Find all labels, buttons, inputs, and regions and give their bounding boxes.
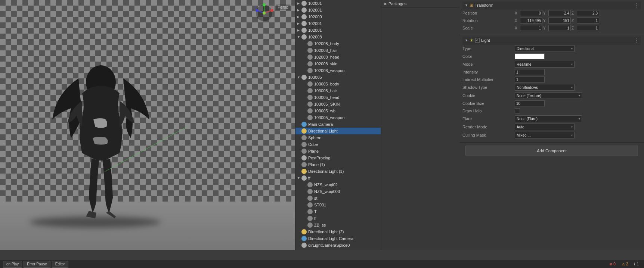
hierarchy-icon-h7d (307, 102, 313, 107)
hierarchy-item-h6e[interactable]: 102008_weapon (295, 67, 381, 74)
light-draw-halo-checkbox[interactable] (515, 108, 520, 113)
hierarchy-item-h16[interactable]: ▼ff (295, 175, 381, 181)
light-flare-dropdown[interactable]: None (Flare) ▾ (515, 115, 582, 122)
rotation-x-input[interactable] (520, 18, 542, 24)
svg-point-11 (263, 12, 266, 15)
scale-z-label: Z (572, 26, 576, 30)
rotation-y-input[interactable] (548, 18, 571, 24)
error-badge: ⊗ 0 (607, 261, 618, 268)
hierarchy-item-h14[interactable]: Plane (1) (295, 161, 381, 168)
light-settings-btn[interactable]: ⋮ (634, 38, 639, 43)
hierarchy-item-h6a[interactable]: 102008_body (295, 40, 381, 47)
light-cookie-dropdown[interactable]: None (Texture) ▾ (515, 92, 582, 99)
hierarchy-item-h19[interactable]: dirLightCameraSplice0 (295, 242, 381, 249)
hierarchy-icon-h6a (307, 41, 313, 46)
hierarchy-label-h7d: 103005_SKIN (314, 102, 340, 106)
hierarchy-panel[interactable]: ▶102001▶102001▶102000▶102001▶102001▼1020… (295, 0, 381, 250)
editor-button[interactable]: Editor (52, 261, 68, 268)
scale-y-label: Y (543, 26, 548, 30)
hierarchy-item-h1[interactable]: ▶102001 (295, 0, 381, 7)
position-y-input[interactable] (548, 10, 571, 16)
hierarchy-arrow-h3: ▶ (297, 15, 301, 19)
error-icon: ⊗ (609, 262, 612, 266)
status-bar: on Play Error Pause Editor ⊗ 0 ⚠ 2 ℹ 1 (0, 260, 644, 268)
hierarchy-item-h16a[interactable]: NZS_wuqi02 (295, 181, 381, 188)
hierarchy-item-h2[interactable]: ▶102001 (295, 7, 381, 13)
light-indirect-input[interactable] (515, 77, 545, 82)
rotation-fields: X Y Z (515, 18, 641, 24)
hierarchy-label-h6b: 102008_hair (314, 48, 337, 53)
light-type-dropdown[interactable]: Directional ▾ (515, 45, 575, 52)
hierarchy-label-h16a: NZS_wuqi02 (314, 183, 338, 187)
main-area: X Y Z Persp ▶102001▶102001▶102000▶102001… (0, 0, 644, 260)
hierarchy-item-h13[interactable]: PostProcing (295, 155, 381, 161)
light-intensity-input[interactable] (515, 69, 545, 75)
hierarchy-item-h17[interactable]: Directional Light (2) (295, 228, 381, 235)
hierarchy-item-h9[interactable]: Directional Light (295, 128, 381, 134)
light-cookie-chevron: ▾ (579, 94, 580, 97)
hierarchy-label-h7e: 103005_wb (314, 109, 335, 113)
transform-settings[interactable]: ⋮ (634, 3, 639, 8)
scale-y-input[interactable] (548, 25, 571, 31)
hierarchy-item-h16d[interactable]: ST001 (295, 202, 381, 208)
light-type-chevron: ▾ (571, 47, 573, 50)
hierarchy-icon-h14 (301, 162, 307, 167)
light-collapse-arrow[interactable]: ▼ (465, 38, 468, 42)
hierarchy-arrow-h1: ▶ (297, 1, 301, 5)
hierarchy-item-h12[interactable]: Plane (295, 148, 381, 155)
light-color-swatch[interactable] (515, 53, 545, 59)
hierarchy-item-h16f[interactable]: tf (295, 215, 381, 222)
light-culling-mask-dropdown[interactable]: Mixed ... ▾ (515, 132, 575, 138)
rotation-z-input[interactable] (577, 18, 599, 24)
hierarchy-item-h15[interactable]: Directional Light (1) (295, 168, 381, 175)
scene-view[interactable]: X Y Z Persp (0, 0, 295, 250)
on-play-button[interactable]: on Play (3, 261, 22, 268)
on-play-label: on Play (6, 262, 19, 266)
hierarchy-item-h6d[interactable]: 102008_skin (295, 60, 381, 67)
hierarchy-item-h16c[interactable]: st (295, 195, 381, 202)
light-shadow-dropdown[interactable]: No Shadows ▾ (515, 84, 575, 91)
hierarchy-item-h7e[interactable]: 103005_wb (295, 107, 381, 114)
hierarchy-icon-h16a (307, 182, 313, 187)
hierarchy-item-h6b[interactable]: 102008_hair (295, 47, 381, 54)
hierarchy-item-h7[interactable]: ▼103005 (295, 74, 381, 81)
hierarchy-icon-h16f (307, 216, 313, 221)
light-flare-value: None (Flare) (517, 117, 538, 121)
rotation-x-field: X (515, 18, 542, 24)
light-mode-dropdown[interactable]: Realtime ▾ (515, 61, 575, 68)
transform-collapse-arrow[interactable]: ▼ (465, 3, 468, 7)
hierarchy-label-h15: Directional Light (1) (308, 169, 344, 174)
hierarchy-item-h10[interactable]: Sphere (295, 134, 381, 141)
position-x-input[interactable] (520, 10, 542, 16)
error-pause-button[interactable]: Error Pause (24, 261, 50, 268)
hierarchy-item-h7c[interactable]: 103005_head (295, 94, 381, 101)
svg-point-3 (270, 9, 273, 12)
hierarchy-item-h16b[interactable]: NZS_wuqi003 (295, 188, 381, 195)
scale-x-input[interactable] (520, 25, 542, 31)
hierarchy-item-h6[interactable]: ▼102008 (295, 34, 381, 40)
light-cookie-size-input[interactable] (515, 100, 545, 106)
light-render-mode-dropdown[interactable]: Auto ▾ (515, 124, 575, 130)
hierarchy-item-h5[interactable]: ▶102001 (295, 27, 381, 34)
hierarchy-item-h18[interactable]: Directional Light Camera (295, 235, 381, 242)
hierarchy-item-h6c[interactable]: 102008_head (295, 54, 381, 60)
hierarchy-icon-h6e (307, 68, 313, 73)
warning-badge: ⚠ 2 (619, 261, 631, 268)
scale-z-input[interactable] (577, 25, 599, 31)
hierarchy-item-h7a[interactable]: 103005_body (295, 81, 381, 87)
hierarchy-item-h7b[interactable]: 103005_hair (295, 87, 381, 94)
add-component-button[interactable]: Add Component (465, 146, 638, 156)
hierarchy-item-h16e[interactable]: T (295, 208, 381, 215)
hierarchy-item-h7d[interactable]: 103005_SKIN (295, 101, 381, 107)
position-z-input[interactable] (577, 10, 599, 16)
hierarchy-label-h4: 102001 (308, 21, 322, 26)
light-enable-checkbox[interactable]: ✓ (475, 38, 480, 43)
hierarchy-item-h16g[interactable]: ZB_ss (295, 222, 381, 228)
hierarchy-label-h19: dirLightCameraSplice0 (308, 243, 350, 247)
hierarchy-item-h4[interactable]: ▶102001 (295, 20, 381, 27)
hierarchy-item-h7f[interactable]: 103005_weapon (295, 114, 381, 121)
hierarchy-item-h11[interactable]: Cube (295, 141, 381, 148)
hierarchy-item-h8[interactable]: Main Camera (295, 121, 381, 128)
hierarchy-label-h16f: tf (314, 216, 316, 221)
hierarchy-item-h3[interactable]: ▶102000 (295, 13, 381, 20)
